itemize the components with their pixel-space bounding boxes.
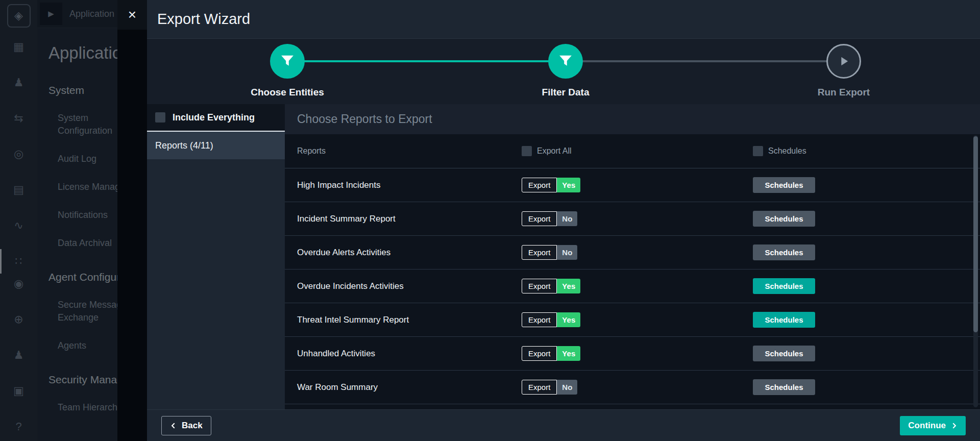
- export-state-badge: No: [557, 211, 577, 226]
- report-name: High Impact Incidents: [285, 180, 522, 190]
- include-everything-label: Include Everything: [173, 112, 255, 123]
- report-name: Overdue Incidents Activities: [285, 281, 522, 291]
- report-row: Incident Summary Report Export No Schedu…: [285, 202, 980, 236]
- schedules-button[interactable]: Schedules: [753, 346, 815, 361]
- back-button[interactable]: Back: [161, 416, 211, 435]
- step-run-export[interactable]: Run Export: [777, 44, 910, 98]
- include-everything-checkbox[interactable]: [155, 112, 165, 122]
- filter-icon[interactable]: [270, 44, 305, 79]
- report-name: War Room Summary: [285, 382, 522, 393]
- scrollbar-thumb[interactable]: [973, 136, 978, 332]
- step-label: Choose Entities: [221, 87, 354, 98]
- reports-column-header: Reports: [285, 146, 522, 156]
- table-header-row: Reports Export All Schedules: [285, 134, 980, 168]
- export-toggle[interactable]: Export No: [522, 245, 577, 260]
- reports-content: Choose Reports to Export Reports Export …: [285, 104, 980, 409]
- tab-reports[interactable]: Reports (4/11): [147, 132, 285, 159]
- export-wizard-modal: Export Wizard Choose Entities Filter Dat…: [147, 0, 980, 441]
- schedules-checkbox[interactable]: [753, 146, 763, 156]
- report-name: Incident Summary Report: [285, 214, 522, 224]
- export-button[interactable]: Export: [522, 380, 557, 395]
- export-all-checkbox[interactable]: [522, 146, 532, 156]
- table-rows: High Impact Incidents Export Yes Schedul…: [285, 168, 980, 404]
- modal-footer: Back Continue: [147, 409, 980, 441]
- report-row: War Room Summary Export No Schedules: [285, 371, 980, 404]
- step-label: Filter Data: [499, 87, 632, 98]
- chevron-left-icon: [170, 422, 177, 429]
- schedules-button[interactable]: Schedules: [753, 177, 815, 193]
- chevron-right-icon: [950, 422, 958, 429]
- include-everything-row[interactable]: Include Everything: [147, 104, 285, 132]
- schedules-button[interactable]: Schedules: [753, 211, 815, 227]
- export-all-cell: Export All: [522, 146, 753, 156]
- export-toggle[interactable]: Export Yes: [522, 279, 580, 293]
- modal-gutter: ×: [117, 0, 147, 441]
- entities-sidebar: Include Everything Reports (4/11): [147, 104, 285, 409]
- export-state-badge: Yes: [557, 312, 580, 327]
- filter-icon[interactable]: [548, 44, 583, 79]
- play-icon[interactable]: [826, 44, 861, 79]
- export-button[interactable]: Export: [522, 312, 557, 327]
- back-button-label: Back: [182, 421, 203, 431]
- report-row: Threat Intel Summary Report Export Yes S…: [285, 303, 980, 337]
- step-label: Run Export: [777, 87, 910, 98]
- continue-button-label: Continue: [908, 421, 946, 431]
- export-state-badge: Yes: [557, 279, 580, 293]
- schedules-header-cell: Schedules: [753, 146, 980, 156]
- step-filter-data[interactable]: Filter Data: [499, 44, 632, 98]
- tab-reports-label: Reports (4/11): [155, 140, 213, 151]
- screen: ◈ ▦♟⇆◎▤∿∷ ◉⊕♟▣? ▶ Application Applicatio…: [0, 0, 980, 441]
- content-heading: Choose Reports to Export: [285, 104, 980, 134]
- report-name: Threat Intel Summary Report: [285, 315, 522, 325]
- schedules-button[interactable]: Schedules: [753, 244, 815, 260]
- schedules-button[interactable]: Schedules: [753, 278, 815, 294]
- export-state-badge: No: [557, 245, 577, 260]
- modal-body: Include Everything Reports (4/11) Choose…: [147, 104, 980, 409]
- export-state-badge: Yes: [557, 178, 580, 192]
- export-toggle[interactable]: Export Yes: [522, 312, 580, 327]
- report-name: Overdue Alerts Activities: [285, 248, 522, 258]
- schedules-button[interactable]: Schedules: [753, 379, 815, 395]
- continue-button[interactable]: Continue: [900, 416, 966, 435]
- export-toggle[interactable]: Export Yes: [522, 346, 580, 361]
- table-scrollbar: [973, 135, 978, 407]
- report-name: Unhandled Activities: [285, 349, 522, 359]
- report-row: High Impact Incidents Export Yes Schedul…: [285, 168, 980, 202]
- export-state-badge: No: [557, 380, 577, 395]
- close-icon[interactable]: ×: [117, 0, 147, 30]
- reports-table: Reports Export All Schedules High Impact…: [285, 134, 980, 409]
- export-toggle[interactable]: Export No: [522, 211, 577, 226]
- step-choose-entities[interactable]: Choose Entities: [221, 44, 354, 98]
- report-row: Overdue Alerts Activities Export No Sche…: [285, 236, 980, 270]
- export-button[interactable]: Export: [522, 178, 557, 192]
- export-button[interactable]: Export: [522, 211, 557, 226]
- export-button[interactable]: Export: [522, 279, 557, 293]
- export-toggle[interactable]: Export Yes: [522, 178, 580, 192]
- modal-header: Export Wizard: [147, 0, 980, 39]
- modal-title: Export Wizard: [157, 11, 250, 28]
- schedules-header-label: Schedules: [768, 146, 806, 156]
- export-all-label: Export All: [537, 146, 572, 156]
- export-button[interactable]: Export: [522, 346, 557, 361]
- export-state-badge: Yes: [557, 346, 580, 361]
- export-toggle[interactable]: Export No: [522, 380, 577, 395]
- report-row: Overdue Incidents Activities Export Yes …: [285, 270, 980, 303]
- wizard-stepper: Choose Entities Filter Data Run Export: [147, 39, 980, 104]
- export-button[interactable]: Export: [522, 245, 557, 260]
- schedules-button[interactable]: Schedules: [753, 312, 815, 328]
- report-row: Unhandled Activities Export Yes Schedule…: [285, 337, 980, 371]
